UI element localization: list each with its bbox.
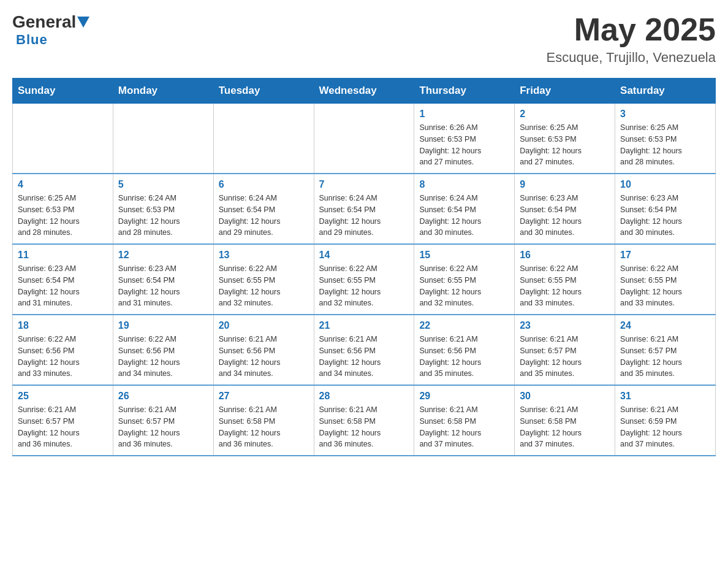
calendar-cell: [113, 104, 213, 174]
day-number: 24: [620, 320, 710, 331]
day-info: Sunrise: 6:21 AMSunset: 6:57 PMDaylight:…: [18, 404, 108, 450]
day-info: Sunrise: 6:21 AMSunset: 6:58 PMDaylight:…: [219, 404, 309, 450]
day-info: Sunrise: 6:24 AMSunset: 6:53 PMDaylight:…: [118, 193, 208, 239]
day-info: Sunrise: 6:21 AMSunset: 6:57 PMDaylight:…: [620, 334, 710, 380]
title-area: May 2025 Escuque, Trujillo, Venezuela: [547, 12, 716, 66]
day-number: 12: [118, 250, 208, 261]
day-number: 19: [118, 320, 208, 331]
month-title: May 2025: [547, 12, 716, 47]
calendar-cell: 10Sunrise: 6:23 AMSunset: 6:54 PMDayligh…: [615, 174, 716, 244]
day-number: 3: [620, 109, 710, 120]
day-info: Sunrise: 6:21 AMSunset: 6:58 PMDaylight:…: [319, 404, 409, 450]
day-number: 25: [18, 391, 108, 402]
calendar-cell: 20Sunrise: 6:21 AMSunset: 6:56 PMDayligh…: [213, 315, 314, 385]
day-info: Sunrise: 6:23 AMSunset: 6:54 PMDaylight:…: [520, 193, 610, 239]
day-number: 2: [520, 109, 610, 120]
calendar-cell: 12Sunrise: 6:23 AMSunset: 6:54 PMDayligh…: [113, 244, 213, 315]
calendar-week-5: 25Sunrise: 6:21 AMSunset: 6:57 PMDayligh…: [13, 385, 716, 456]
day-number: 13: [219, 250, 309, 261]
day-info: Sunrise: 6:25 AMSunset: 6:53 PMDaylight:…: [18, 193, 108, 239]
calendar-cell: 9Sunrise: 6:23 AMSunset: 6:54 PMDaylight…: [515, 174, 615, 244]
calendar-cell: [213, 104, 314, 174]
logo-blue-text: Blue: [16, 32, 48, 47]
day-number: 17: [620, 250, 710, 261]
day-number: 16: [520, 250, 610, 261]
day-number: 6: [219, 179, 309, 190]
calendar-cell: 6Sunrise: 6:24 AMSunset: 6:54 PMDaylight…: [213, 174, 314, 244]
day-info: Sunrise: 6:22 AMSunset: 6:55 PMDaylight:…: [219, 263, 309, 309]
logo: General Blue: [12, 12, 91, 48]
day-info: Sunrise: 6:22 AMSunset: 6:55 PMDaylight:…: [419, 263, 509, 309]
calendar-cell: 11Sunrise: 6:23 AMSunset: 6:54 PMDayligh…: [13, 244, 113, 315]
day-info: Sunrise: 6:21 AMSunset: 6:58 PMDaylight:…: [520, 404, 610, 450]
calendar-cell: 4Sunrise: 6:25 AMSunset: 6:53 PMDaylight…: [13, 174, 113, 244]
day-number: 29: [419, 391, 509, 402]
day-info: Sunrise: 6:21 AMSunset: 6:58 PMDaylight:…: [419, 404, 509, 450]
day-number: 7: [319, 179, 409, 190]
day-number: 27: [219, 391, 309, 402]
day-info: Sunrise: 6:26 AMSunset: 6:53 PMDaylight:…: [419, 122, 509, 168]
day-info: Sunrise: 6:21 AMSunset: 6:56 PMDaylight:…: [219, 334, 309, 380]
calendar-header-row: SundayMondayTuesdayWednesdayThursdayFrid…: [13, 79, 716, 104]
calendar-header-saturday: Saturday: [615, 79, 716, 104]
day-info: Sunrise: 6:22 AMSunset: 6:55 PMDaylight:…: [620, 263, 710, 309]
day-info: Sunrise: 6:21 AMSunset: 6:56 PMDaylight:…: [319, 334, 409, 380]
calendar-cell: [314, 104, 414, 174]
calendar-cell: 23Sunrise: 6:21 AMSunset: 6:57 PMDayligh…: [515, 315, 615, 385]
calendar-cell: 3Sunrise: 6:25 AMSunset: 6:53 PMDaylight…: [615, 104, 716, 174]
calendar-header-sunday: Sunday: [13, 79, 113, 104]
day-number: 4: [18, 179, 108, 190]
calendar-cell: [13, 104, 113, 174]
day-info: Sunrise: 6:24 AMSunset: 6:54 PMDaylight:…: [219, 193, 309, 239]
day-number: 18: [18, 320, 108, 331]
day-info: Sunrise: 6:24 AMSunset: 6:54 PMDaylight:…: [419, 193, 509, 239]
logo-arrow-icon: [77, 17, 89, 28]
calendar-cell: 16Sunrise: 6:22 AMSunset: 6:55 PMDayligh…: [515, 244, 615, 315]
calendar-cell: 2Sunrise: 6:25 AMSunset: 6:53 PMDaylight…: [515, 104, 615, 174]
calendar-header-wednesday: Wednesday: [314, 79, 414, 104]
day-number: 1: [419, 109, 509, 120]
calendar-week-3: 11Sunrise: 6:23 AMSunset: 6:54 PMDayligh…: [13, 244, 716, 315]
calendar-cell: 29Sunrise: 6:21 AMSunset: 6:58 PMDayligh…: [414, 385, 515, 456]
day-number: 23: [520, 320, 610, 331]
calendar-header-friday: Friday: [515, 79, 615, 104]
day-number: 9: [520, 179, 610, 190]
day-info: Sunrise: 6:25 AMSunset: 6:53 PMDaylight:…: [620, 122, 710, 168]
day-number: 15: [419, 250, 509, 261]
day-info: Sunrise: 6:21 AMSunset: 6:56 PMDaylight:…: [419, 334, 509, 380]
day-number: 30: [520, 391, 610, 402]
calendar-table: SundayMondayTuesdayWednesdayThursdayFrid…: [12, 78, 716, 456]
calendar-cell: 24Sunrise: 6:21 AMSunset: 6:57 PMDayligh…: [615, 315, 716, 385]
day-info: Sunrise: 6:23 AMSunset: 6:54 PMDaylight:…: [118, 263, 208, 309]
day-number: 22: [419, 320, 509, 331]
day-number: 14: [319, 250, 409, 261]
calendar-header-thursday: Thursday: [414, 79, 515, 104]
calendar-cell: 26Sunrise: 6:21 AMSunset: 6:57 PMDayligh…: [113, 385, 213, 456]
day-number: 20: [219, 320, 309, 331]
calendar-week-1: 1Sunrise: 6:26 AMSunset: 6:53 PMDaylight…: [13, 104, 716, 174]
day-number: 5: [118, 179, 208, 190]
calendar-cell: 31Sunrise: 6:21 AMSunset: 6:59 PMDayligh…: [615, 385, 716, 456]
location-text: Escuque, Trujillo, Venezuela: [547, 50, 716, 66]
calendar-cell: 1Sunrise: 6:26 AMSunset: 6:53 PMDaylight…: [414, 104, 515, 174]
calendar-cell: 8Sunrise: 6:24 AMSunset: 6:54 PMDaylight…: [414, 174, 515, 244]
calendar-cell: 7Sunrise: 6:24 AMSunset: 6:54 PMDaylight…: [314, 174, 414, 244]
day-info: Sunrise: 6:21 AMSunset: 6:59 PMDaylight:…: [620, 404, 710, 450]
day-info: Sunrise: 6:22 AMSunset: 6:55 PMDaylight:…: [319, 263, 409, 309]
day-info: Sunrise: 6:25 AMSunset: 6:53 PMDaylight:…: [520, 122, 610, 168]
calendar-cell: 14Sunrise: 6:22 AMSunset: 6:55 PMDayligh…: [314, 244, 414, 315]
day-info: Sunrise: 6:22 AMSunset: 6:55 PMDaylight:…: [520, 263, 610, 309]
calendar-cell: 21Sunrise: 6:21 AMSunset: 6:56 PMDayligh…: [314, 315, 414, 385]
day-number: 26: [118, 391, 208, 402]
calendar-week-2: 4Sunrise: 6:25 AMSunset: 6:53 PMDaylight…: [13, 174, 716, 244]
calendar-cell: 13Sunrise: 6:22 AMSunset: 6:55 PMDayligh…: [213, 244, 314, 315]
calendar-cell: 30Sunrise: 6:21 AMSunset: 6:58 PMDayligh…: [515, 385, 615, 456]
calendar-header-tuesday: Tuesday: [213, 79, 314, 104]
calendar-cell: 25Sunrise: 6:21 AMSunset: 6:57 PMDayligh…: [13, 385, 113, 456]
calendar-cell: 5Sunrise: 6:24 AMSunset: 6:53 PMDaylight…: [113, 174, 213, 244]
day-number: 31: [620, 391, 710, 402]
day-number: 21: [319, 320, 409, 331]
day-info: Sunrise: 6:22 AMSunset: 6:56 PMDaylight:…: [18, 334, 108, 380]
page-header: General Blue May 2025 Escuque, Trujillo,…: [12, 12, 716, 66]
calendar-cell: 28Sunrise: 6:21 AMSunset: 6:58 PMDayligh…: [314, 385, 414, 456]
